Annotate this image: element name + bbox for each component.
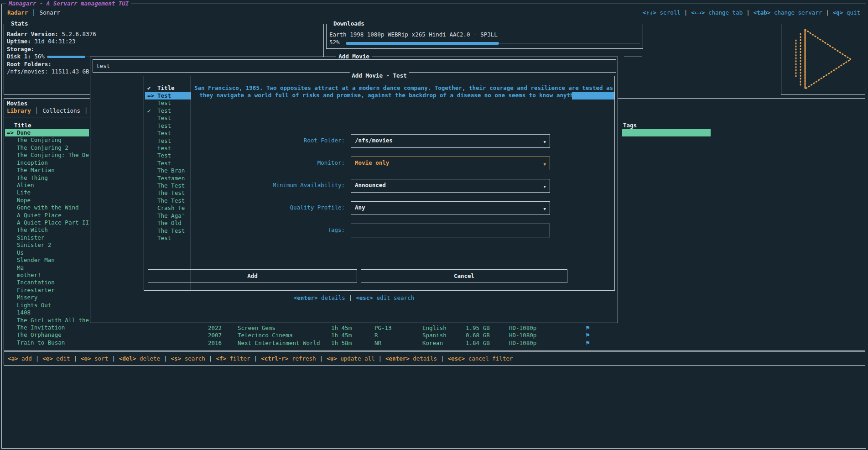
search-result-row[interactable]: =>Test bbox=[145, 92, 191, 99]
movie-row[interactable]: Lights Out bbox=[5, 302, 89, 309]
form-field-control[interactable]: Any bbox=[351, 201, 550, 215]
bottom-keybinds-bar: <a> add<e> edit<o> sort<del> delete<s> s… bbox=[4, 351, 865, 366]
form-field-row: Minimum Availability: Announced bbox=[144, 179, 614, 193]
movie-row[interactable]: The Thing bbox=[5, 174, 89, 182]
movie-row[interactable]: The Martian bbox=[5, 167, 89, 174]
movie-row[interactable]: The Conjuring 2 bbox=[5, 144, 89, 152]
form-field-control[interactable]: /nfs/movies bbox=[351, 134, 550, 148]
form-field-control[interactable] bbox=[351, 224, 550, 237]
movie-row[interactable]: The Girl with All the bbox=[5, 317, 89, 324]
cell-certification: NR bbox=[374, 340, 381, 347]
keybind-hint: <s> search bbox=[160, 355, 205, 362]
in-library-check-icon: ✔ bbox=[147, 84, 157, 92]
movie-row[interactable]: The Witch bbox=[5, 226, 89, 234]
search-result-row[interactable]: Test bbox=[145, 122, 191, 130]
form-field-control[interactable]: Announced bbox=[351, 179, 550, 193]
result-marker: => bbox=[147, 92, 157, 99]
search-result-row[interactable]: Test bbox=[145, 115, 191, 122]
selected-row-tags-cell bbox=[622, 129, 711, 136]
movie-row[interactable]: Alien bbox=[5, 182, 89, 189]
keybind-hint: <o> sort bbox=[70, 355, 108, 362]
movie-row[interactable]: Nope bbox=[5, 197, 89, 204]
movie-detail-row[interactable]: 2007 Telecinco Cinema 1h 45m R Spanish 0… bbox=[4, 332, 865, 339]
results-title-header: Title bbox=[157, 84, 175, 91]
cell-quality: HD-1080p bbox=[509, 324, 536, 332]
movie-detail-rows: 2022 Screen Gems 1h 45m PG-13 English 1.… bbox=[4, 324, 865, 347]
downloads-panel-title: Downloads bbox=[331, 20, 367, 27]
search-result-row[interactable]: ✔Test bbox=[145, 107, 191, 115]
cell-studio: Next Entertainment World bbox=[238, 340, 320, 347]
form-field-label: Monitor: bbox=[144, 159, 345, 167]
stats-storage-label: Storage: bbox=[7, 46, 321, 53]
form-field-label: Root Folder: bbox=[144, 137, 345, 144]
movie-row[interactable]: Ma bbox=[5, 264, 89, 272]
keybind-hint: <↑↓> scroll bbox=[643, 9, 681, 16]
logo-panel bbox=[781, 24, 865, 95]
movie-row[interactable]: Gone with the Wind bbox=[5, 204, 89, 211]
movie-row[interactable]: Misery bbox=[5, 294, 89, 301]
column-header-tags: Tags bbox=[623, 122, 637, 129]
downloads-panel: Downloads Earth 1998 1080p WEBRip x265 H… bbox=[326, 24, 643, 49]
form-field-control[interactable]: Movie only bbox=[351, 157, 550, 170]
result-marker: ✔ bbox=[147, 107, 157, 115]
movie-row[interactable]: Slender Man bbox=[5, 256, 89, 264]
movie-row[interactable]: The Conjuring: The De bbox=[5, 152, 89, 159]
movie-row[interactable]: A Quiet Place bbox=[5, 212, 89, 219]
cell-certification: PG-13 bbox=[374, 324, 392, 332]
cell-quality: HD-1080p bbox=[509, 340, 536, 347]
cell-language: Spanish bbox=[422, 332, 447, 339]
dropdown-arrow-icon bbox=[544, 160, 546, 168]
movie-search-input[interactable] bbox=[93, 59, 616, 73]
form-field-label: Quality Profile: bbox=[144, 204, 345, 211]
movie-detail-row[interactable]: 2016 Next Entertainment World 1h 58m NR … bbox=[4, 340, 865, 347]
add-movie-modal: Add Movie - Test ✔Title =>TestTest✔TestT… bbox=[144, 76, 615, 291]
movie-row[interactable]: Life bbox=[5, 189, 89, 196]
keybind-hint: <←→> change tab bbox=[681, 9, 743, 16]
movie-detail-row[interactable]: 2022 Screen Gems 1h 45m PG-13 English 1.… bbox=[4, 324, 865, 332]
bookmark-icon bbox=[585, 324, 590, 332]
add-button[interactable]: Add bbox=[148, 269, 357, 283]
cell-year: 2022 bbox=[208, 324, 222, 332]
movie-row[interactable]: The Conjuring bbox=[5, 136, 89, 144]
movie-row[interactable]: =>Dune bbox=[5, 129, 89, 136]
cancel-button[interactable]: Cancel bbox=[361, 269, 567, 283]
keybind-hint: <esc> edit search bbox=[345, 294, 415, 301]
movie-row[interactable]: Incantation bbox=[5, 279, 89, 286]
result-title: Test bbox=[157, 115, 171, 121]
keybind-hint: <del> delete bbox=[108, 355, 160, 362]
movie-row[interactable]: Sinister bbox=[5, 234, 89, 241]
movie-row[interactable]: 1408 bbox=[5, 309, 89, 316]
download-progress-bar bbox=[346, 42, 640, 45]
tab-collections[interactable]: Collections bbox=[42, 107, 80, 114]
tab-sonarr[interactable]: Sonarr bbox=[40, 9, 60, 16]
stats-uptime-line: Uptime: 31d 04:31:23 bbox=[7, 38, 321, 45]
cell-size: 1.84 GB bbox=[466, 340, 490, 347]
movie-title: Firestarter bbox=[17, 287, 55, 293]
form-field-row: Tags: bbox=[144, 224, 614, 237]
movie-title: Dune bbox=[17, 129, 31, 136]
movie-row[interactable]: Firestarter bbox=[5, 287, 89, 294]
form-field-label: Minimum Availability: bbox=[144, 182, 345, 189]
bookmark-icon bbox=[585, 332, 590, 339]
stats-version-line: Radarr Version: 5.2.6.8376 bbox=[7, 31, 321, 38]
result-title: Test bbox=[157, 122, 171, 129]
form-field-label: Tags: bbox=[144, 226, 345, 234]
keybind-hint: <enter> details bbox=[375, 355, 437, 362]
movie-row[interactable]: mother! bbox=[5, 272, 89, 279]
movie-row[interactable]: Us bbox=[5, 249, 89, 256]
movie-row[interactable]: Inception bbox=[5, 159, 89, 167]
form-field-row: Root Folder: /nfs/movies bbox=[144, 134, 614, 148]
selection-marker: => bbox=[7, 129, 17, 136]
tab-library[interactable]: Library bbox=[7, 107, 31, 114]
border-fragment bbox=[624, 57, 642, 57]
movie-row[interactable]: A Quiet Place Part II bbox=[5, 219, 89, 226]
search-result-row[interactable]: Test bbox=[145, 99, 191, 107]
download-progress-fill bbox=[346, 42, 499, 45]
app-title: Managarr - A Servarr management TUI bbox=[6, 0, 131, 7]
result-title: Test bbox=[157, 99, 171, 106]
movie-row[interactable]: Sinister 2 bbox=[5, 241, 89, 249]
movie-title: Lights Out bbox=[17, 302, 51, 309]
movie-title: A Quiet Place Part II bbox=[17, 219, 89, 226]
cell-studio: Telecinco Cinema bbox=[238, 332, 292, 339]
tab-radarr[interactable]: Radarr bbox=[7, 9, 28, 16]
